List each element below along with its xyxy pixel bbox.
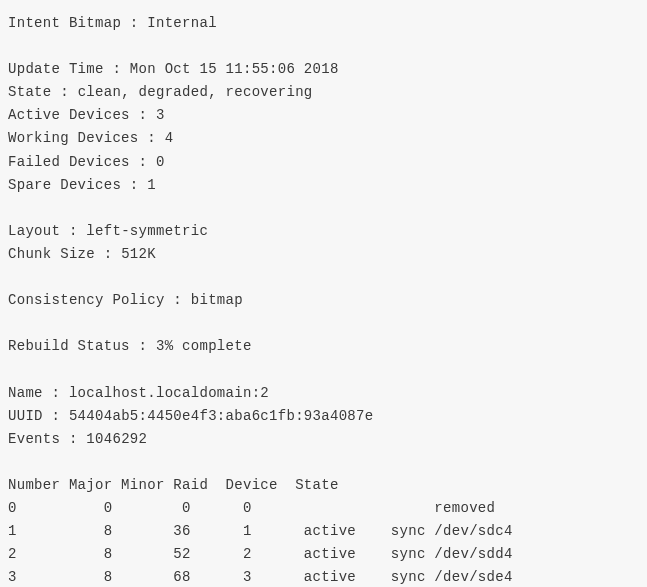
name-line: Name : localhost.localdomain:2 <box>8 382 639 405</box>
table-row: 2 8 52 2 active sync /dev/sdd4 <box>8 543 639 566</box>
chunk-size-line: Chunk Size : 512K <box>8 243 639 266</box>
active-devices-label: Active Devices <box>8 107 130 123</box>
device-table-header: Number Major Minor Raid Device State <box>8 474 639 497</box>
uuid-line: UUID : 54404ab5:4450e4f3:aba6c1fb:93a408… <box>8 405 639 428</box>
name-label: Name <box>8 385 43 401</box>
blank-line <box>8 35 639 58</box>
chunk-size-label: Chunk Size <box>8 246 95 262</box>
chunk-size-value: 512K <box>121 246 156 262</box>
update-time-label: Update Time <box>8 61 104 77</box>
rebuild-status-label: Rebuild Status <box>8 338 130 354</box>
active-devices-value: 3 <box>156 107 165 123</box>
spare-devices-value: 1 <box>147 177 156 193</box>
layout-line: Layout : left-symmetric <box>8 220 639 243</box>
events-label: Events <box>8 431 60 447</box>
uuid-value: 54404ab5:4450e4f3:aba6c1fb:93a4087e <box>69 408 374 424</box>
update-time-value: Mon Oct 15 11:55:06 2018 <box>130 61 339 77</box>
rebuild-status-value: 3% complete <box>156 338 252 354</box>
table-row: 0 0 0 0 removed <box>8 497 639 520</box>
rebuild-status-line: Rebuild Status : 3% complete <box>8 335 639 358</box>
state-value: clean, degraded, recovering <box>78 84 313 100</box>
failed-devices-line: Failed Devices : 0 <box>8 151 639 174</box>
intent-bitmap-line: Intent Bitmap : Internal <box>8 12 639 35</box>
intent-bitmap-label: Intent Bitmap <box>8 15 121 31</box>
name-value: localhost.localdomain:2 <box>69 385 269 401</box>
failed-devices-label: Failed Devices <box>8 154 130 170</box>
working-devices-line: Working Devices : 4 <box>8 127 639 150</box>
intent-bitmap-value: Internal <box>147 15 217 31</box>
table-row: 1 8 36 1 active sync /dev/sdc4 <box>8 520 639 543</box>
table-row: 3 8 68 3 active sync /dev/sde4 <box>8 566 639 587</box>
failed-devices-value: 0 <box>156 154 165 170</box>
active-devices-line: Active Devices : 3 <box>8 104 639 127</box>
blank-line <box>8 312 639 335</box>
blank-line <box>8 451 639 474</box>
working-devices-value: 4 <box>165 130 174 146</box>
events-line: Events : 1046292 <box>8 428 639 451</box>
consistency-policy-line: Consistency Policy : bitmap <box>8 289 639 312</box>
spare-devices-label: Spare Devices <box>8 177 121 193</box>
state-label: State <box>8 84 52 100</box>
consistency-policy-label: Consistency Policy <box>8 292 165 308</box>
consistency-policy-value: bitmap <box>191 292 243 308</box>
blank-line <box>8 266 639 289</box>
state-line: State : clean, degraded, recovering <box>8 81 639 104</box>
uuid-label: UUID <box>8 408 43 424</box>
spare-devices-line: Spare Devices : 1 <box>8 174 639 197</box>
events-value: 1046292 <box>86 431 147 447</box>
working-devices-label: Working Devices <box>8 130 139 146</box>
layout-label: Layout <box>8 223 60 239</box>
layout-value: left-symmetric <box>86 223 208 239</box>
blank-line <box>8 197 639 220</box>
blank-line <box>8 358 639 381</box>
update-time-line: Update Time : Mon Oct 15 11:55:06 2018 <box>8 58 639 81</box>
